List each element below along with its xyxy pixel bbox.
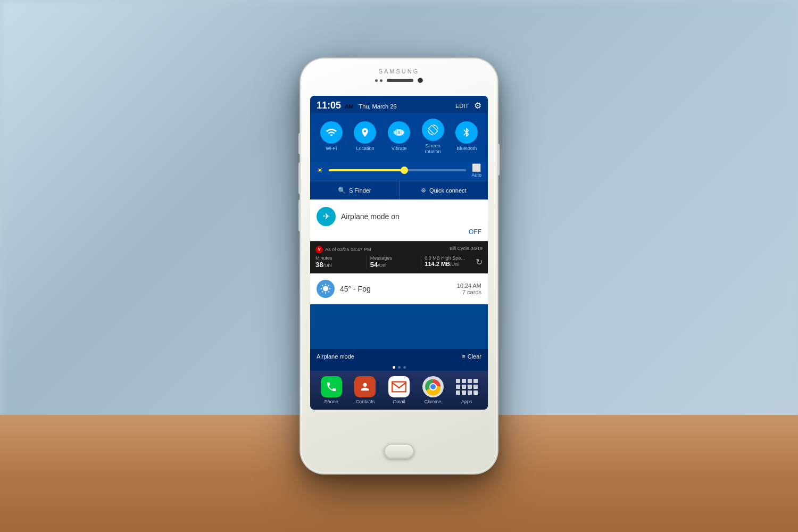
sfinder-button[interactable]: 🔍 S Finder xyxy=(310,181,399,200)
status-ampm: AM xyxy=(345,103,354,110)
weather-temp: 45° - Fog xyxy=(340,285,371,293)
front-sensors xyxy=(375,78,423,83)
phone-app-icon xyxy=(321,376,342,397)
svg-point-3 xyxy=(430,384,436,389)
verizon-icon: V xyxy=(315,246,323,253)
bluetooth-icon xyxy=(461,127,472,138)
messages-value: 54 xyxy=(370,261,378,269)
status-bar: 11:05 AM Thu, March 26 EDIT ⚙ xyxy=(310,96,488,113)
bluetooth-icon-circle xyxy=(455,121,478,144)
bill-notification-card[interactable]: V As of 03/25 04:47 PM Bill Cycle 04/19 … xyxy=(310,242,488,273)
vibrate-label: Vibrate xyxy=(392,146,406,152)
clear-icon: ≡ xyxy=(462,353,465,360)
sfinder-label: S Finder xyxy=(349,187,371,194)
bill-cycle: Bill Cycle 04/19 xyxy=(450,246,483,253)
volume-down-button[interactable] xyxy=(298,162,301,194)
status-time: 11:05 xyxy=(317,100,341,111)
gmail-icon xyxy=(392,381,406,393)
refresh-icon[interactable]: ↻ xyxy=(476,257,483,267)
bill-as-of: As of 03/25 04:47 PM xyxy=(325,247,371,252)
page-indicator xyxy=(310,364,488,371)
clear-label: Clear xyxy=(468,353,481,360)
dock-phone[interactable]: Phone xyxy=(321,376,342,404)
notifications-area: ✈ Airplane mode on OFF V As of 03/25 04:… xyxy=(310,200,488,349)
dock-gmail[interactable]: Gmail xyxy=(388,376,410,404)
airplane-icon-circle: ✈ xyxy=(317,207,336,226)
apps-app-label: Apps xyxy=(461,399,472,404)
dot-2 xyxy=(398,366,401,369)
location-icon-circle xyxy=(354,121,376,144)
quickconnect-icon: ❊ xyxy=(421,187,426,194)
home-button[interactable] xyxy=(384,444,414,459)
bill-messages: Messages 54 /Unl xyxy=(370,255,418,269)
status-date: Thu, March 26 xyxy=(359,103,397,110)
contacts-icon xyxy=(359,381,371,393)
airplane-title: Airplane mode on xyxy=(341,212,400,221)
rotation-icon-circle xyxy=(422,119,444,141)
location-icon xyxy=(360,127,370,138)
front-camera xyxy=(418,78,423,83)
clear-button[interactable]: ≡ Clear xyxy=(462,353,481,360)
wifi-icon xyxy=(326,127,337,138)
brightness-thumb xyxy=(401,167,408,174)
dock-chrome[interactable]: Chrome xyxy=(422,376,444,404)
brightness-row: ☀ ⬜ Auto xyxy=(310,160,488,181)
brightness-slider[interactable] xyxy=(329,169,466,171)
gmail-app-label: Gmail xyxy=(393,399,405,404)
rotation-label: Screen rotation xyxy=(425,143,441,155)
app-dock: Phone Contacts xyxy=(310,374,488,406)
data-value: 114.2 MB xyxy=(425,261,450,267)
speaker-grille xyxy=(387,79,413,82)
apps-icon xyxy=(456,376,477,397)
toggle-vibrate[interactable]: Vibrate xyxy=(384,121,414,152)
toggle-rotation[interactable]: Screen rotation xyxy=(418,119,448,155)
minutes-unit: /Unl xyxy=(323,263,331,268)
toggle-location[interactable]: Location xyxy=(350,121,380,152)
dock-apps[interactable]: Apps xyxy=(456,376,477,404)
weather-time: 10:24 AM xyxy=(457,282,481,289)
brightness-auto[interactable]: ⬜ Auto xyxy=(471,163,481,178)
weather-icon xyxy=(320,284,331,294)
brightness-icon: ☀ xyxy=(317,166,323,174)
wifi-label: Wi-Fi xyxy=(326,146,337,152)
dot-1 xyxy=(393,366,395,369)
weather-notification-card[interactable]: 45° - Fog 10:24 AM 7 cards xyxy=(310,273,488,304)
wifi-icon-circle xyxy=(320,121,343,144)
auto-icon: ⬜ xyxy=(472,163,481,172)
gmail-app-icon xyxy=(388,376,410,397)
minutes-value: 38 xyxy=(315,261,323,269)
home-screen-peek: Phone Contacts xyxy=(310,371,488,410)
phone-app-label: Phone xyxy=(325,399,338,404)
dot-3 xyxy=(403,366,406,369)
data-label: 0.0 MB High Spe... xyxy=(425,255,472,261)
power-button[interactable] xyxy=(497,144,500,176)
airplane-notification-card[interactable]: ✈ Airplane mode on OFF xyxy=(310,200,488,241)
apps-grid xyxy=(456,379,478,395)
chrome-app-label: Chrome xyxy=(425,399,442,404)
messages-unit: /Unl xyxy=(378,263,386,268)
bill-minutes: Minutes 38 /Unl xyxy=(315,255,363,269)
bill-divider-2 xyxy=(421,255,421,269)
toggle-wifi[interactable]: Wi-Fi xyxy=(316,121,347,152)
edit-button[interactable]: EDIT xyxy=(455,103,469,109)
vibrate-icon xyxy=(394,127,404,138)
bill-divider-1 xyxy=(367,255,367,269)
auto-label: Auto xyxy=(471,172,481,178)
bixby-button[interactable] xyxy=(298,200,301,231)
brightness-fill xyxy=(329,169,404,171)
airplane-mode-label: Airplane mode xyxy=(317,353,354,360)
volume-up-button[interactable] xyxy=(298,133,301,154)
toggle-bluetooth[interactable]: Bluetooth xyxy=(451,121,482,152)
airplane-off-label[interactable]: OFF xyxy=(317,228,481,236)
settings-icon[interactable]: ⚙ xyxy=(474,101,481,111)
dock-contacts[interactable]: Contacts xyxy=(354,376,376,404)
chrome-app-icon xyxy=(422,376,444,397)
minutes-label: Minutes xyxy=(315,255,363,261)
quickconnect-button[interactable]: ❊ Quick connect xyxy=(400,181,488,200)
contacts-app-label: Contacts xyxy=(356,399,375,404)
bluetooth-label: Bluetooth xyxy=(456,146,477,152)
quick-toggles: Wi-Fi Location Vib xyxy=(310,113,488,160)
weather-cards: 7 cards xyxy=(457,289,481,295)
sensor-dot-1 xyxy=(375,79,378,82)
rotation-icon xyxy=(428,124,438,135)
